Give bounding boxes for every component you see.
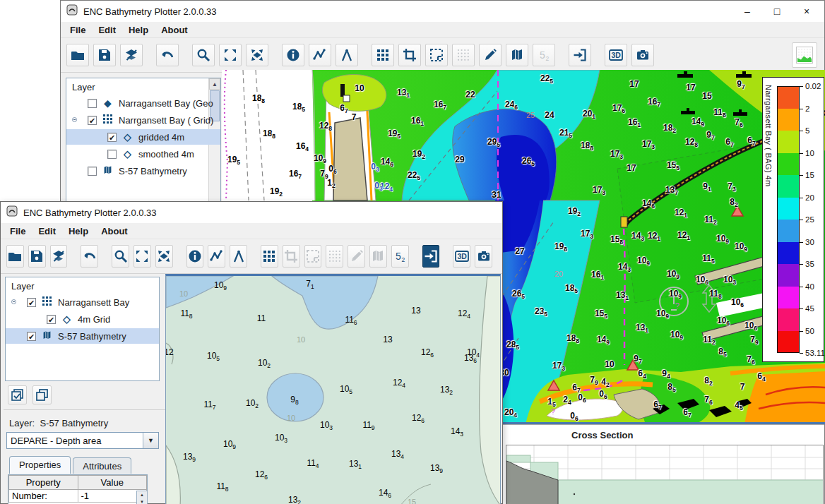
layer-visibility-checkbox[interactable] xyxy=(107,150,117,159)
zoom-button[interactable] xyxy=(112,245,129,268)
legend-color-band xyxy=(777,198,800,220)
import-button[interactable] xyxy=(422,245,440,268)
back-title-bar[interactable]: ENC Bathymetry Plotter 2.0.0.33 – □ × xyxy=(61,1,824,22)
menu-help[interactable]: Help xyxy=(64,224,93,238)
chevron-down-icon[interactable]: ▼ xyxy=(143,433,158,448)
menu-about[interactable]: About xyxy=(96,224,133,238)
grid-button[interactable] xyxy=(261,245,278,268)
duplicate-layer-button[interactable] xyxy=(32,385,52,404)
subsample-button[interactable] xyxy=(326,245,343,268)
undo-button[interactable] xyxy=(156,44,179,66)
layer-tree-item[interactable]: ✔◇4m Grid xyxy=(6,311,159,328)
close-button[interactable]: × xyxy=(795,1,819,22)
layer-tree-item[interactable]: ✔Narragansett Bay xyxy=(6,294,159,311)
crop-button[interactable] xyxy=(398,44,421,66)
layer-visibility-checkbox[interactable]: ✔ xyxy=(88,116,97,125)
undo-button[interactable] xyxy=(81,245,98,268)
window-title: ENC Bathymetry Plotter 2.0.0.33 xyxy=(83,6,217,17)
menu-about[interactable]: About xyxy=(156,23,193,37)
layer-tree-item[interactable]: ✔S-57 Bathymetry xyxy=(6,328,159,344)
chart-button[interactable] xyxy=(506,44,528,66)
maximize-button[interactable]: □ xyxy=(765,1,789,22)
legend-color-band xyxy=(777,331,800,354)
profile-button[interactable] xyxy=(208,245,225,268)
spinner-up-icon: ▲ xyxy=(137,491,147,498)
chart-button[interactable] xyxy=(369,245,387,268)
save-button[interactable] xyxy=(28,245,46,268)
import-button[interactable] xyxy=(569,44,591,66)
view3d-button[interactable]: 3D xyxy=(453,245,470,268)
layer-visibility-checkbox[interactable]: ✔ xyxy=(107,133,117,142)
select-region-button[interactable] xyxy=(425,44,448,66)
menu-edit[interactable]: Edit xyxy=(93,23,121,37)
layer-tree-item[interactable]: ✔Narrgansett Bay ( Grid) xyxy=(66,112,220,128)
open-button[interactable] xyxy=(6,245,24,268)
feature-type-select[interactable]: DEPARE - Depth area ▼ xyxy=(6,432,159,449)
tree-expander-icon[interactable] xyxy=(11,299,16,304)
view3d-button[interactable]: 3D xyxy=(605,44,627,66)
layer-tree-item[interactable]: S-57 Bathymetry xyxy=(66,162,220,179)
save-button[interactable] xyxy=(93,44,116,66)
tab-attributes[interactable]: Attributes xyxy=(73,457,131,474)
sounding-label: 79 xyxy=(320,169,328,178)
camera-button[interactable] xyxy=(475,245,492,268)
menu-edit[interactable]: Edit xyxy=(33,224,61,238)
layer-tree-item[interactable]: ◆Narragansett Bay (Geo xyxy=(66,95,220,112)
sounding-label: 132 xyxy=(440,385,453,394)
sounding-label: 109 xyxy=(214,281,227,289)
histogram-button[interactable] xyxy=(792,42,817,68)
layers-button[interactable] xyxy=(50,245,68,268)
sounding-label: 149 xyxy=(692,117,704,126)
info-button[interactable] xyxy=(186,245,204,268)
minimize-button[interactable]: – xyxy=(735,1,759,22)
edit-button[interactable] xyxy=(479,44,501,66)
menu-file[interactable]: File xyxy=(5,224,30,238)
layer-visibility-checkbox[interactable] xyxy=(88,99,97,108)
tab-properties[interactable]: Properties xyxy=(9,456,71,474)
zoom-extent-button[interactable] xyxy=(219,44,242,66)
front-title-bar[interactable]: ENC Bathymetry Plotter 2.0.0.33 xyxy=(1,202,502,223)
tree-expander-icon[interactable] xyxy=(72,117,77,122)
info-button[interactable] xyxy=(282,44,304,66)
edit-button[interactable] xyxy=(348,245,365,268)
grid-button[interactable] xyxy=(372,44,394,66)
table-row[interactable]: Number: -1 xyxy=(9,490,147,503)
zoom-fit-button[interactable] xyxy=(155,245,173,268)
profile-button[interactable] xyxy=(309,44,331,66)
sounding-label: 235 xyxy=(535,307,547,316)
sounding-label: 103 xyxy=(723,275,736,284)
sounding-label: 06 xyxy=(570,412,578,420)
layer-visibility-checkbox[interactable]: ✔ xyxy=(27,298,36,307)
select-region-button[interactable] xyxy=(304,245,322,268)
zoom-button[interactable] xyxy=(192,44,215,66)
layer-visibility-checkbox[interactable] xyxy=(88,167,97,176)
sounding-label: 167 xyxy=(434,100,446,109)
measure-button[interactable] xyxy=(336,44,358,66)
value-spinner[interactable]: ▲▼ xyxy=(136,491,148,504)
layer-tree-item[interactable]: ✔◇gridded 4m xyxy=(66,128,220,145)
layer-label: Narragansett Bay xyxy=(58,297,129,308)
layers-button[interactable] xyxy=(120,44,143,66)
camera-button[interactable] xyxy=(631,44,654,66)
menu-file[interactable]: File xyxy=(65,23,90,37)
crop-button[interactable] xyxy=(283,245,300,268)
subsample-button[interactable] xyxy=(452,44,475,66)
menu-help[interactable]: Help xyxy=(124,23,153,37)
zoom-extent-button[interactable] xyxy=(133,245,151,268)
layer-visibility-checkbox[interactable]: ✔ xyxy=(27,332,36,341)
open-button[interactable] xyxy=(66,44,89,66)
front-map-view[interactable]: 1097111811131241161210510210413126136105… xyxy=(165,274,501,504)
soundings-button[interactable]: 52 xyxy=(391,245,409,268)
measure-button[interactable] xyxy=(230,245,247,268)
sounding-label: 27 xyxy=(515,247,524,256)
zoom-fit-button[interactable] xyxy=(246,44,268,66)
scroll-up-icon[interactable]: ▲ xyxy=(209,78,220,90)
sounding-label: 97 xyxy=(706,131,714,139)
layer-tree-item[interactable]: ◇smoothed 4m xyxy=(66,145,220,162)
layer-visibility-checkbox[interactable]: ✔ xyxy=(47,315,56,324)
soundings-button[interactable]: 52 xyxy=(533,44,555,66)
select-all-layers-button[interactable] xyxy=(8,385,27,404)
sounding-label: 167 xyxy=(648,97,660,106)
sounding-label: 128 xyxy=(319,121,332,130)
contour-label: 10 xyxy=(287,414,295,422)
